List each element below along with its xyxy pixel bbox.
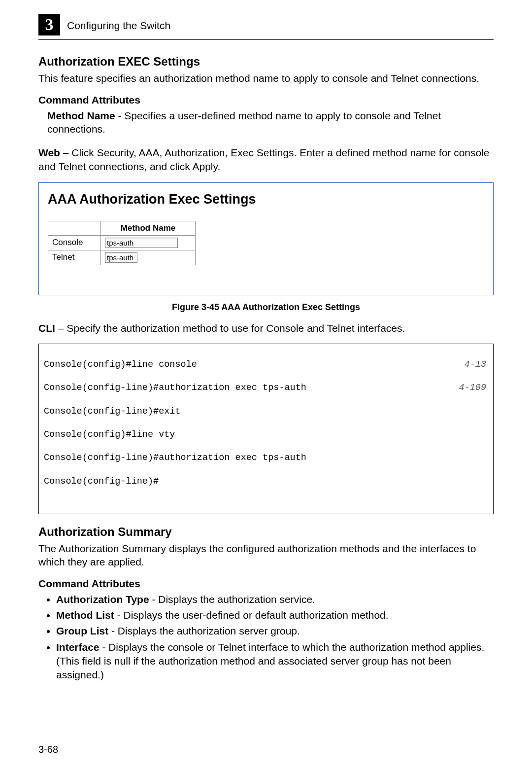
- cli-desc: – Specify the authorization method to us…: [55, 322, 405, 334]
- page: 3 Configuring the Switch Authorization E…: [0, 0, 532, 774]
- telnet-method-input[interactable]: tps-auth: [105, 252, 137, 263]
- bullet-term: Method List: [56, 609, 114, 621]
- cli-ref: [486, 452, 488, 464]
- cli-line: Console(config-line)#authorization exec …: [44, 382, 488, 394]
- figure-caption: Figure 3-45 AAA Authorization Exec Setti…: [38, 302, 494, 313]
- row-label-console: Console: [48, 235, 101, 250]
- page-header: 3 Configuring the Switch: [38, 15, 494, 36]
- cli-text: Console(config-line)#authorization exec …: [44, 382, 306, 394]
- cli-ref: [486, 429, 488, 441]
- cli-ref: 4-13: [465, 359, 488, 371]
- table-row: Console tps-auth: [48, 235, 196, 250]
- cli-text: Console(config-line)#: [44, 476, 159, 488]
- command-attributes-heading-1: Command Attributes: [38, 94, 494, 106]
- header-rule: [38, 39, 494, 40]
- section-intro-auth-exec: This feature specifies an authorization …: [38, 71, 494, 85]
- cli-line: Console(config)#line console4-13: [44, 359, 488, 371]
- web-desc: – Click Security, AAA, Authorization, Ex…: [38, 147, 490, 172]
- command-attributes-heading-2: Command Attributes: [38, 578, 494, 590]
- web-label: Web: [38, 147, 60, 158]
- bullet-desc: - Displays the user-defined or default a…: [114, 609, 389, 621]
- method-name-term: Method Name: [47, 110, 115, 121]
- section-title-auth-summary: Authorization Summary: [38, 525, 494, 539]
- cli-ref: [486, 476, 488, 488]
- row-label-telnet: Telnet: [48, 250, 101, 265]
- bullet-desc: - Displays the console or Telnet interfa…: [56, 641, 484, 680]
- cli-ref: 4-109: [459, 382, 488, 394]
- console-method-input[interactable]: tps-auth: [105, 238, 178, 248]
- cli-code-block: Console(config)#line console4-13 Console…: [38, 344, 494, 514]
- method-name-attribute: Method Name - Specifies a user-defined m…: [38, 109, 494, 136]
- list-item: Method List - Displays the user-defined …: [56, 608, 494, 622]
- table-header-blank: [48, 221, 101, 235]
- figure-panel-title: AAA Authorization Exec Settings: [48, 192, 484, 207]
- row-input-cell-telnet: tps-auth: [101, 250, 196, 265]
- table-row: Telnet tps-auth: [48, 250, 196, 265]
- cli-label: CLI: [38, 322, 55, 334]
- cli-instructions: CLI – Specify the authorization method t…: [38, 321, 494, 335]
- cli-text: Console(config-line)#exit: [44, 406, 181, 418]
- cli-line: Console(config-line)#: [44, 476, 488, 488]
- bullet-term: Authorization Type: [56, 594, 149, 605]
- bullet-term: Interface: [56, 641, 100, 653]
- cli-ref: [486, 406, 488, 418]
- cli-line: Console(config-line)#exit: [44, 406, 488, 418]
- table-header-method: Method Name: [101, 221, 196, 235]
- row-input-cell-console: tps-auth: [101, 235, 196, 250]
- exec-settings-table: Method Name Console tps-auth Telnet tps-…: [48, 221, 196, 265]
- web-instructions: Web – Click Security, AAA, Authorization…: [38, 146, 494, 173]
- cli-text: Console(config-line)#authorization exec …: [44, 452, 306, 464]
- bullet-desc: - Displays the authorization server grou…: [108, 625, 300, 636]
- section-title-auth-exec: Authorization EXEC Settings: [38, 55, 494, 69]
- cli-text: Console(config)#line vty: [44, 429, 175, 441]
- list-item: Group List - Displays the authorization …: [56, 624, 494, 638]
- chapter-number-badge: 3: [38, 14, 60, 35]
- list-item: Authorization Type - Displays the author…: [56, 593, 494, 606]
- command-attributes-list: Authorization Type - Displays the author…: [38, 593, 494, 682]
- section-intro-auth-summary: The Authorization Summary displays the c…: [38, 542, 494, 569]
- cli-line: Console(config-line)#authorization exec …: [44, 452, 488, 464]
- cli-text: Console(config)#line console: [44, 359, 197, 371]
- figure-panel: AAA Authorization Exec Settings Method N…: [38, 182, 494, 295]
- cli-line: Console(config)#line vty: [44, 429, 488, 441]
- list-item: Interface - Displays the console or Teln…: [56, 640, 494, 682]
- bullet-desc: - Displays the authorization service.: [149, 594, 315, 605]
- chapter-title: Configuring the Switch: [67, 20, 170, 32]
- bullet-term: Group List: [56, 625, 108, 636]
- page-number: 3-68: [38, 744, 58, 755]
